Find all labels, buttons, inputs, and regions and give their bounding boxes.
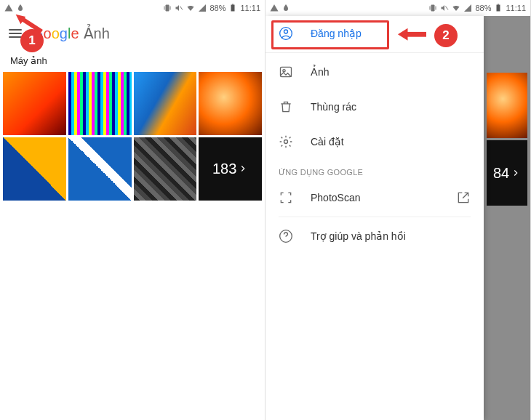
annotation-highlight — [271, 20, 389, 49]
photo-thumb[interactable] — [3, 137, 66, 201]
photos-label: Ảnh — [311, 66, 330, 78]
nav-drawer: Đăng nhập Ảnh Thùng rác Cài đặt ỨNG DỤNG… — [266, 16, 484, 420]
svg-rect-4 — [497, 5, 500, 12]
svg-line-0 — [180, 7, 183, 10]
mute-icon — [175, 4, 183, 12]
drawer-photos[interactable]: Ảnh — [266, 54, 484, 89]
mute-icon — [440, 4, 449, 12]
app-name: Ảnh — [84, 25, 110, 42]
drop-icon — [16, 4, 25, 12]
help-icon — [279, 229, 293, 243]
signal-icon — [198, 4, 207, 12]
wifi-icon — [186, 4, 195, 12]
trash-label: Thùng rác — [311, 101, 356, 113]
gear-icon — [279, 134, 293, 149]
arrow-icon — [10, 13, 51, 38]
step-badge: 2 — [434, 24, 458, 47]
photo-thumb — [487, 73, 527, 138]
drawer-trash[interactable]: Thùng rác — [266, 89, 484, 124]
battery-icon — [228, 4, 237, 12]
svg-point-10 — [284, 140, 288, 144]
clock-text: 11:11 — [240, 4, 260, 12]
annotation-step-2: 2 — [394, 23, 458, 48]
phone-left: 88% 11:11 Google Ảnh Máy ảnh 183 — [0, 0, 266, 420]
divider — [266, 52, 484, 53]
svg-rect-2 — [232, 4, 233, 5]
photo-thumb[interactable] — [68, 137, 132, 201]
signal-icon — [463, 4, 472, 12]
drawer-apps-header: ỨNG DỤNG GOOGLE — [266, 159, 484, 180]
wifi-icon — [452, 4, 460, 12]
photo-thumb[interactable] — [3, 72, 66, 135]
external-link-icon — [456, 190, 471, 205]
settings-label: Cài đặt — [311, 136, 344, 148]
divider — [279, 217, 471, 217]
help-label: Trợ giúp và phản hồi — [311, 230, 406, 242]
drawer-photoscan[interactable]: PhotoScan — [266, 180, 484, 215]
drop-icon — [282, 4, 290, 12]
scan-icon — [279, 190, 293, 205]
photo-thumb[interactable] — [134, 72, 197, 135]
phone-right: 88% 11:11 84 Đăng nhập Ảnh Thùng rác — [266, 0, 531, 420]
battery-text: 88% — [475, 4, 491, 12]
photo-thumb[interactable] — [134, 137, 197, 201]
battery-text: 88% — [209, 4, 225, 12]
photo-overflow[interactable]: 183 — [199, 137, 262, 201]
vibrate-icon — [428, 4, 437, 12]
photo-thumb[interactable] — [199, 72, 262, 135]
arrow-icon — [394, 23, 434, 48]
photoscan-label: PhotoScan — [311, 192, 361, 203]
background-grid: 84 — [487, 73, 530, 208]
photo-icon — [279, 65, 293, 79]
vibrate-icon — [163, 4, 172, 12]
svg-rect-1 — [231, 5, 235, 12]
section-camera: Máy ảnh — [0, 51, 265, 72]
svg-line-3 — [446, 7, 449, 10]
photo-thumb[interactable] — [68, 72, 132, 135]
annotation-step-1: 1 — [20, 29, 44, 52]
drawer-help[interactable]: Trợ giúp và phản hồi — [266, 219, 484, 254]
overflow-count: 84 — [493, 165, 509, 182]
warning-icon — [270, 4, 279, 12]
overflow-count: 183 — [212, 161, 236, 177]
battery-icon — [494, 4, 503, 12]
clock-text: 11:11 — [506, 4, 526, 12]
photo-grid: 183 — [0, 72, 265, 201]
status-bar: 88% 11:11 — [266, 0, 530, 16]
chevron-right-icon — [238, 163, 248, 174]
warning-icon — [4, 4, 13, 12]
photo-overflow: 84 — [487, 140, 527, 206]
chevron-right-icon — [511, 168, 521, 178]
svg-point-9 — [283, 70, 285, 72]
svg-rect-5 — [498, 4, 499, 5]
drawer-settings[interactable]: Cài đặt — [266, 124, 484, 159]
trash-icon — [279, 100, 293, 114]
